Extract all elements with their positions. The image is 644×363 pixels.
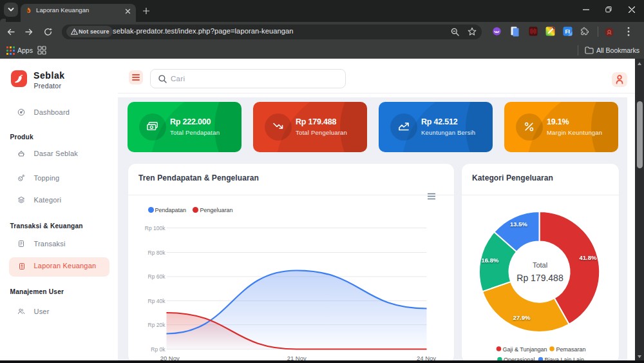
svg-text:Pengeluaran: Pengeluaran	[200, 207, 233, 213]
svg-text:Total: Total	[533, 261, 547, 269]
svg-text:13.5%: 13.5%	[510, 221, 527, 228]
svg-text:Rp 20k: Rp 20k	[148, 322, 166, 328]
svg-text:Rp 80k: Rp 80k	[148, 250, 166, 256]
svg-text:Rp 60k: Rp 60k	[148, 273, 166, 280]
svg-text:16.8%: 16.8%	[482, 257, 499, 264]
svg-text:Rp 40k: Rp 40k	[148, 298, 166, 304]
svg-text:Rp 179.488: Rp 179.488	[516, 273, 564, 283]
svg-text:Rp 0k: Rp 0k	[151, 346, 166, 353]
svg-text:Pemasaran: Pemasaran	[556, 346, 586, 353]
svg-text:FI: FI	[565, 28, 570, 35]
svg-text:Rp 100k: Rp 100k	[145, 225, 166, 231]
svg-text:Gaji & Tunjangan: Gaji & Tunjangan	[503, 346, 547, 353]
svg-text:27.9%: 27.9%	[513, 314, 530, 321]
svg-text:Pendapatan: Pendapatan	[155, 207, 187, 213]
svg-text:41.8%: 41.8%	[579, 254, 596, 261]
